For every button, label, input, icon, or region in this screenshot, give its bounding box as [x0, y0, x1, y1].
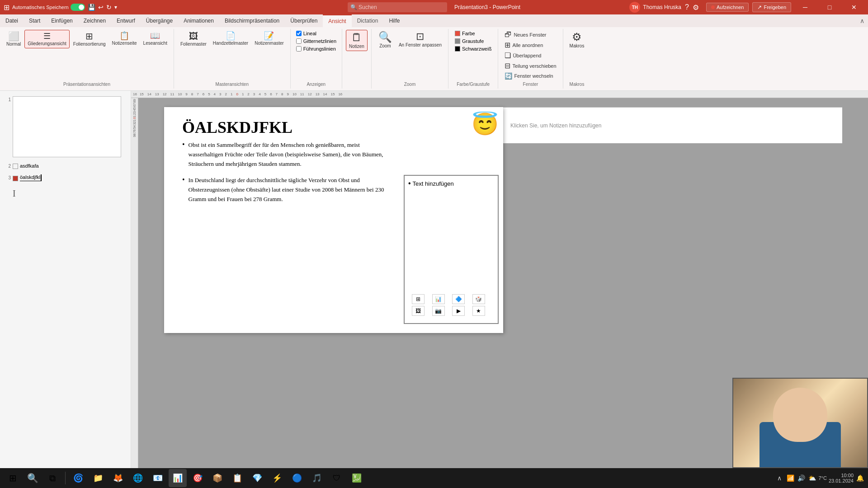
share-button[interactable]: ↗ Freigeben — [752, 2, 791, 12]
taskbar-powerpoint-icon[interactable]: 📊 — [169, 469, 187, 487]
btn-arrange-all[interactable]: ⊞ Alle anordnen — [502, 40, 559, 50]
btn-zoom[interactable]: 🔍 Zoom — [375, 30, 395, 50]
tab-start[interactable]: Start — [24, 14, 46, 27]
notes-placeholder[interactable]: Klicken Sie, um Notizen hinzuzufügen — [510, 122, 601, 129]
taskbar-app9-icon[interactable]: 💎 — [248, 469, 266, 487]
maximize-button[interactable]: □ — [819, 0, 840, 14]
undo-icon[interactable]: ↩ — [98, 4, 104, 11]
start-button[interactable]: ⊞ — [4, 469, 22, 487]
taskbar-outlook-icon[interactable]: 📧 — [149, 469, 167, 487]
content-icon-icons[interactable]: ★ — [472, 306, 485, 316]
current-slide[interactable]: 😇 ÖALSKDJFKL • Obst ist ein Sammelbegrif… — [164, 107, 503, 333]
checkbox-ruler[interactable]: Lineal — [294, 30, 338, 37]
slide-thumb-1[interactable] — [13, 96, 121, 157]
tab-bildschirm[interactable]: Bildschirmpräsentation — [219, 14, 285, 27]
btn-notes-master[interactable]: 📝 Notizenmaster — [252, 30, 286, 47]
group-show: Lineal Gitternetzlinien Führungslinien A… — [291, 29, 342, 89]
taskbar-chrome-icon[interactable]: 🌐 — [129, 469, 147, 487]
tray-network-icon[interactable]: 📶 — [786, 474, 795, 483]
collapse-ribbon-icon[interactable]: ∧ — [860, 17, 864, 24]
settings-icon[interactable]: ⚙ — [693, 3, 699, 12]
taskbar-app14-icon[interactable]: 💹 — [348, 469, 366, 487]
tray-weather-icon[interactable]: ⛅ — [807, 474, 816, 483]
btn-outline-view[interactable]: ☰ Gliederungsansicht — [24, 30, 70, 48]
slide-item-2[interactable]: 2 asdfkafa — [2, 161, 129, 171]
task-view-button[interactable]: ⧉ — [43, 469, 61, 487]
autosave-toggle[interactable] — [71, 4, 85, 11]
tray-chevron-icon[interactable]: ∧ — [775, 474, 784, 483]
taskbar-app12-icon[interactable]: 🎵 — [308, 469, 326, 487]
btn-slide-master[interactable]: 🖼 Folienmaster — [178, 30, 209, 48]
tab-ueberprueven[interactable]: Überprüfen — [285, 14, 323, 27]
checkbox-grid[interactable]: Gitternetzlinien — [294, 38, 338, 45]
notes-page-label: Notizenseite — [112, 41, 137, 46]
btn-macros[interactable]: ⚙ Makros — [567, 30, 587, 50]
taskbar-app10-icon[interactable]: ⚡ — [268, 469, 286, 487]
taskbar-app13-icon[interactable]: 🛡 — [328, 469, 346, 487]
tab-ansicht[interactable]: Ansicht — [323, 14, 351, 27]
content-icon-photos[interactable]: 📷 — [432, 306, 445, 316]
tab-dictation[interactable]: Dictation — [352, 14, 384, 27]
btn-slide-sorter[interactable]: ⊞ Foliensortierung — [71, 30, 108, 48]
tab-einfuegen[interactable]: Einfügen — [46, 14, 78, 27]
btn-grayscale[interactable]: Graustufe — [452, 38, 494, 45]
search-input[interactable] — [348, 2, 447, 12]
system-clock[interactable]: 10:00 23.01.2024 — [829, 473, 854, 483]
content-icon-smartart[interactable]: 🔷 — [452, 294, 465, 304]
close-button[interactable]: ✕ — [844, 0, 864, 14]
btn-new-window[interactable]: 🗗 Neues Fenster — [502, 30, 559, 40]
grid-checkbox[interactable] — [296, 38, 302, 44]
btn-cascade[interactable]: ❏ Überlappend — [502, 51, 559, 61]
btn-notes-page[interactable]: 📋 Notizenseite — [109, 30, 140, 47]
content-icon-picture[interactable]: 🖼 — [412, 306, 425, 316]
slide-item-3[interactable]: 3 öalskdjfkl — [2, 173, 129, 183]
taskbar-app11-icon[interactable]: 🔵 — [288, 469, 306, 487]
help-icon[interactable]: ? — [685, 3, 689, 11]
tray-notification-icon[interactable]: 🔔 — [855, 474, 864, 483]
tab-datei[interactable]: Datei — [0, 14, 24, 27]
bullet-text-1[interactable]: Obst ist ein Sammelbegriff der für den M… — [189, 141, 387, 169]
btn-normal[interactable]: ⬜ Normal — [4, 30, 24, 48]
tray-speaker-icon[interactable]: 🔊 — [797, 474, 806, 483]
quickaccess-icon[interactable]: ▾ — [114, 4, 117, 10]
slide-title[interactable]: ÖALSKDJFKL — [164, 107, 503, 141]
person-ear-left — [817, 409, 826, 421]
checkbox-guides[interactable]: Führungslinien — [294, 45, 338, 52]
redo-icon[interactable]: ↻ — [106, 4, 112, 11]
slide-item-1[interactable]: 1 — [2, 94, 129, 159]
tab-uebergaenge[interactable]: Übergänge — [141, 14, 178, 27]
btn-switch-window[interactable]: 🔄 Fenster wechseln — [502, 71, 559, 80]
btn-move-split[interactable]: ⊟ Teilung verschieben — [502, 61, 559, 71]
tab-zeichnen[interactable]: Zeichnen — [78, 14, 111, 27]
btn-bw[interactable]: Schwarzweiß — [452, 45, 494, 52]
ruler-checkbox[interactable] — [296, 31, 302, 36]
btn-handout-master[interactable]: 📄 Handzettelmaster — [210, 30, 251, 47]
content-icon-chart[interactable]: 📊 — [432, 294, 445, 304]
record-button[interactable]: Aufzeichnen — [706, 3, 749, 12]
save-icon[interactable]: 💾 — [88, 4, 95, 11]
content-icon-3d[interactable]: 🎲 — [472, 294, 485, 304]
tab-animationen[interactable]: Animationen — [178, 14, 219, 27]
btn-reading-view[interactable]: 📖 Leseansicht — [141, 30, 170, 47]
notes-area[interactable]: Klicken Sie, um Notizen hinzuzufügen — [503, 107, 842, 143]
tab-entwurf[interactable]: Entwurf — [111, 14, 141, 27]
content-box[interactable]: • Text hinzufügen ⊞ 📊 🔷 🎲 🖼 📷 ▶ ★ — [404, 175, 499, 324]
content-icon-table[interactable]: ⊞ — [412, 294, 425, 304]
taskbar-app8-icon[interactable]: 📋 — [228, 469, 246, 487]
share-icon: ↗ — [757, 4, 762, 10]
user-area: TH Thomas Hruska — [629, 2, 681, 13]
bullet-text-2[interactable]: In Deutschland liegt der durchschnittlic… — [189, 176, 387, 204]
btn-color[interactable]: Farbe — [452, 30, 494, 37]
guides-checkbox[interactable] — [296, 46, 302, 52]
btn-notes[interactable]: 🗒 Notizen — [346, 30, 368, 51]
btn-fit-window[interactable]: ⊡ An Fenster anpassen — [396, 30, 444, 49]
search-taskbar-button[interactable]: 🔍 — [24, 469, 42, 487]
taskbar-edge-icon[interactable]: 🌀 — [69, 469, 87, 487]
taskbar-app6-icon[interactable]: 🎯 — [189, 469, 207, 487]
tab-hilfe[interactable]: Hilfe — [383, 14, 405, 27]
taskbar-firefox-icon[interactable]: 🦊 — [109, 469, 127, 487]
minimize-button[interactable]: ─ — [795, 0, 816, 14]
taskbar-explorer-icon[interactable]: 📁 — [89, 469, 107, 487]
content-icon-video[interactable]: ▶ — [452, 306, 465, 316]
taskbar-app7-icon[interactable]: 📦 — [208, 469, 226, 487]
